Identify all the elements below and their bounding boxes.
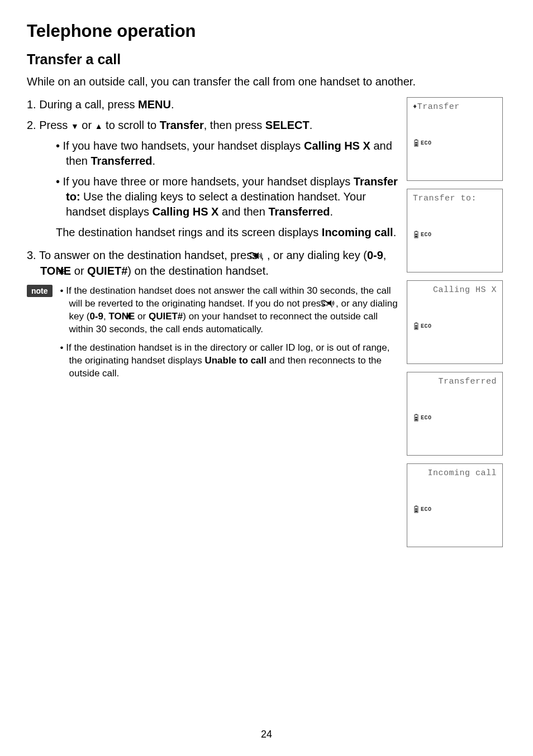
n1-09: 0-9 — [89, 311, 103, 322]
screen-transferred: Transferred ECO — [407, 372, 503, 456]
screen3-text: Calling HS X — [413, 285, 497, 295]
svg-rect-5 — [416, 140, 417, 141]
down-arrow-icon: ▼ — [71, 122, 79, 131]
svg-rect-18 — [415, 419, 417, 420]
status-row: ECO — [413, 231, 432, 238]
battery-icon — [413, 414, 420, 422]
svg-rect-22 — [415, 510, 417, 512]
svg-rect-15 — [415, 326, 417, 327]
screen-transfer: ♦Transfer ECO — [407, 97, 503, 181]
svg-rect-6 — [415, 144, 417, 146]
step2-select: SELECT — [265, 119, 310, 131]
note-block: note • If the destination handset does n… — [27, 285, 402, 386]
svg-marker-3 — [327, 300, 331, 306]
b1-post: . — [153, 155, 156, 167]
intro-text: While on an outside call, you can transf… — [27, 74, 506, 89]
svg-rect-23 — [415, 509, 417, 510]
svg-rect-10 — [415, 236, 417, 237]
up-arrow-icon: ▲ — [95, 122, 103, 131]
eco-label: ECO — [421, 506, 432, 513]
svg-rect-17 — [416, 414, 417, 415]
scroll-icon: ♦ — [413, 103, 417, 111]
step1-menu: MENU — [138, 98, 171, 111]
step1-text: 1. During a call, press — [27, 98, 138, 111]
b2-post: . — [330, 205, 333, 218]
screen-incoming: Incoming call ECO — [407, 463, 503, 547]
s3-mid2: , or any dialing key ( — [267, 249, 367, 261]
eco-label: ECO — [421, 232, 432, 238]
screen4-text: Transferred — [413, 377, 497, 386]
b2-mid2: and then — [218, 205, 268, 218]
sub-bullet-2: • If you have three or more handsets, yo… — [56, 174, 402, 219]
subtext-incoming: Incoming call — [322, 226, 393, 238]
b1-pre: • If you have two handsets, your handset… — [56, 140, 304, 152]
step1-post: . — [171, 98, 174, 111]
page-heading: Telephone operation — [27, 21, 506, 41]
note-badge: note — [27, 285, 53, 297]
svg-rect-11 — [415, 234, 417, 236]
step2-transfer: Transfer — [160, 119, 204, 131]
svg-rect-14 — [415, 327, 417, 329]
n1-mid4: or — [135, 311, 149, 322]
note-list: • If the destination handset does not an… — [60, 285, 403, 386]
eco-label: ECO — [421, 323, 432, 329]
sub-text: The destination handset rings and its sc… — [56, 225, 402, 240]
svg-rect-13 — [416, 323, 417, 324]
status-row: ECO — [413, 505, 432, 513]
screen-transfer-to: Transfer to: ECO — [407, 189, 503, 272]
status-row: ECO — [413, 414, 432, 422]
b2-transferred: Transferred — [268, 205, 330, 218]
s3-post: ) on the destination handset. — [127, 265, 268, 277]
subtext-pre: The destination handset rings and its sc… — [56, 226, 322, 238]
subtext-post: . — [393, 226, 397, 238]
n2-unable: Unable to call — [204, 355, 266, 366]
step2-mid3: , then press — [204, 119, 265, 131]
screen5-text: Incoming call — [413, 468, 497, 478]
note-item-2: • If the destination handset is in the d… — [60, 342, 403, 380]
svg-rect-7 — [415, 142, 417, 144]
step2-pre: 2. Press — [27, 119, 71, 131]
s3-pre: 3. To answer on the destination handset,… — [27, 249, 261, 261]
n1-quiet: QUIET# — [149, 311, 183, 322]
status-row: ECO — [413, 139, 432, 147]
b1-calling: Calling HS X — [304, 140, 370, 152]
svg-rect-21 — [416, 506, 417, 507]
screen-line: ♦Transfer — [413, 102, 497, 112]
battery-icon — [413, 322, 420, 330]
step-3: 3. To answer on the destination handset,… — [27, 248, 402, 279]
screen1-text: Transfer — [417, 102, 460, 112]
s3-09: 0-9 — [367, 249, 383, 261]
sub-bullet-1: • If you have two handsets, your handset… — [56, 138, 402, 169]
s3-quiet: QUIET# — [87, 265, 127, 277]
step-1: 1. During a call, press MENU. — [27, 97, 402, 112]
battery-icon — [413, 139, 420, 147]
step2-mid: or — [79, 119, 95, 131]
step2-post: . — [310, 119, 313, 131]
s3-tone: TONE — [40, 265, 71, 277]
screen2-text: Transfer to: — [413, 194, 497, 203]
step-2: 2. Press ▼ or ▲ to scroll to Transfer, t… — [27, 118, 402, 133]
step2-mid2: to scroll to — [103, 119, 160, 131]
main-content: 1. During a call, press MENU. 2. Press ▼… — [27, 97, 402, 386]
status-row: ECO — [413, 322, 432, 330]
note-item-1: • If the destination handset does not an… — [60, 285, 403, 336]
svg-rect-9 — [416, 231, 417, 232]
battery-icon — [413, 505, 420, 513]
svg-rect-19 — [415, 417, 417, 419]
section-heading: Transfer a call — [27, 51, 506, 68]
b1-transferred: Transferred — [91, 155, 152, 167]
s3-mid3: , — [383, 249, 387, 261]
b2-pre: • If you have three or more handsets, yo… — [56, 175, 354, 188]
battery-icon — [413, 231, 420, 238]
eco-label: ECO — [421, 140, 432, 146]
b2-calling: Calling HS X — [153, 205, 219, 218]
screens-column: ♦Transfer ECO Transfer to: ECO Calling H… — [407, 97, 506, 555]
screen-calling: Calling HS X ECO — [407, 280, 503, 364]
svg-marker-1 — [254, 252, 259, 259]
eco-label: ECO — [421, 415, 432, 421]
page-number: 24 — [0, 729, 533, 740]
s3-mid4: or — [71, 265, 87, 277]
